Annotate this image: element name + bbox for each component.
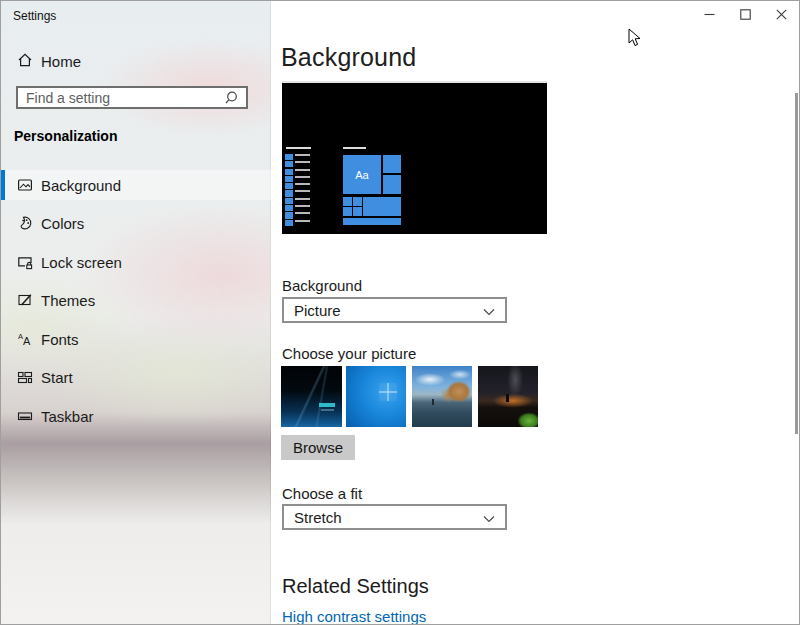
preview-tile bbox=[383, 175, 401, 194]
window-controls bbox=[691, 1, 799, 30]
preview-tile bbox=[383, 155, 401, 173]
sidebar-item-label: Fonts bbox=[41, 331, 79, 348]
related-settings-title: Related Settings bbox=[282, 575, 429, 598]
fonts-icon: AA bbox=[17, 331, 33, 347]
preview-tile bbox=[353, 197, 362, 206]
background-type-value: Picture bbox=[294, 302, 341, 319]
preview-tile-label: Aa bbox=[355, 169, 368, 181]
lock-screen-icon bbox=[17, 254, 33, 270]
preview-tile bbox=[353, 207, 362, 216]
sidebar-item-start[interactable]: Start bbox=[1, 362, 271, 392]
choose-fit-label: Choose a fit bbox=[282, 485, 362, 502]
sidebar-item-label: Background bbox=[41, 177, 121, 194]
choose-picture-label: Choose your picture bbox=[282, 345, 416, 362]
maximize-button[interactable] bbox=[727, 1, 763, 30]
home-label: Home bbox=[41, 53, 81, 70]
close-icon bbox=[776, 8, 787, 23]
picture-thumbnail-beach[interactable] bbox=[412, 366, 472, 427]
sidebar-item-fonts[interactable]: AA Fonts bbox=[1, 324, 271, 354]
sidebar-item-background[interactable]: Background bbox=[1, 170, 271, 200]
sidebar-item-lock-screen[interactable]: Lock screen bbox=[1, 247, 271, 277]
sidebar-item-label: Start bbox=[41, 369, 73, 386]
sidebar-item-label: Lock screen bbox=[41, 254, 122, 271]
sidebar-item-label: Themes bbox=[41, 292, 95, 309]
preview-applist-icons bbox=[285, 154, 293, 227]
palette-icon bbox=[17, 215, 33, 231]
start-tiles-icon bbox=[17, 369, 33, 385]
page-title: Background bbox=[281, 43, 416, 72]
thumbnail-person-silhouette bbox=[506, 394, 509, 402]
preview-tile bbox=[343, 207, 352, 216]
preview-tile bbox=[343, 197, 352, 206]
home-icon bbox=[17, 52, 33, 71]
themes-icon bbox=[17, 292, 33, 308]
background-dropdown-label: Background bbox=[282, 277, 362, 294]
section-header-personalization: Personalization bbox=[14, 128, 117, 144]
search-icon[interactable] bbox=[225, 91, 238, 104]
choose-fit-dropdown[interactable]: Stretch bbox=[282, 504, 507, 530]
preview-tiles-heading bbox=[343, 147, 366, 149]
preview-tile bbox=[343, 218, 401, 225]
sidebar-item-taskbar[interactable]: Taskbar bbox=[1, 401, 271, 431]
preview-tile-large: Aa bbox=[343, 155, 381, 194]
close-button[interactable] bbox=[763, 1, 799, 30]
search-box bbox=[16, 86, 248, 109]
thumbnail-logo-badge bbox=[319, 403, 335, 407]
minimize-button[interactable] bbox=[691, 1, 727, 30]
browse-button[interactable]: Browse bbox=[281, 435, 355, 460]
chevron-down-icon bbox=[483, 308, 495, 316]
picture-thumbnail-night-camping[interactable] bbox=[478, 366, 538, 427]
app-title: Settings bbox=[13, 9, 56, 23]
taskbar-icon bbox=[17, 408, 33, 424]
thumbnail-person-silhouette bbox=[432, 399, 434, 405]
preview-applist-heading bbox=[286, 147, 311, 149]
chevron-down-icon bbox=[483, 515, 495, 523]
settings-window: Settings Home Personalization Background bbox=[0, 0, 800, 625]
sidebar-item-label: Colors bbox=[41, 215, 84, 232]
thumbnail-logo-text bbox=[321, 409, 334, 411]
sidebar: Settings Home Personalization Background bbox=[1, 1, 271, 624]
preview-tile bbox=[363, 197, 401, 216]
minimize-icon bbox=[704, 8, 715, 23]
sidebar-item-label: Taskbar bbox=[41, 408, 94, 425]
search-input[interactable] bbox=[18, 90, 225, 106]
sidebar-item-themes[interactable]: Themes bbox=[1, 285, 271, 315]
sidebar-item-home[interactable]: Home bbox=[1, 47, 271, 75]
maximize-icon bbox=[740, 8, 751, 23]
picture-thumbnail-windows-default[interactable] bbox=[346, 366, 406, 427]
picture-icon bbox=[17, 177, 33, 193]
background-preview: Aa bbox=[282, 83, 547, 234]
mouse-cursor bbox=[628, 28, 641, 52]
high-contrast-settings-link[interactable]: High contrast settings bbox=[282, 608, 426, 625]
preview-applist-text-lines bbox=[295, 154, 310, 227]
svg-text:A: A bbox=[23, 335, 31, 347]
sidebar-item-colors[interactable]: Colors bbox=[1, 208, 271, 238]
picture-thumbnail-dark-abstract[interactable] bbox=[281, 366, 342, 427]
background-type-dropdown[interactable]: Picture bbox=[282, 297, 507, 323]
windows-logo-glow bbox=[379, 383, 397, 401]
choose-fit-value: Stretch bbox=[294, 509, 342, 526]
vertical-scrollbar[interactable] bbox=[795, 93, 798, 434]
